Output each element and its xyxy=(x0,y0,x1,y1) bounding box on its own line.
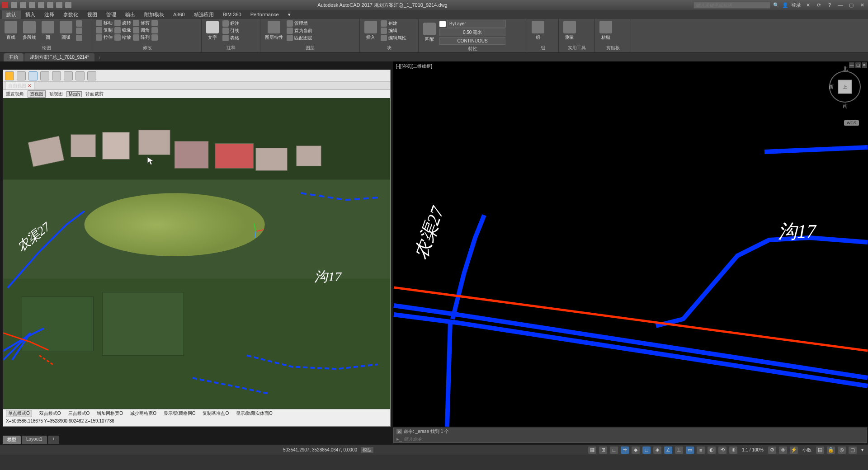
close-tab-icon[interactable]: ✕ xyxy=(28,83,31,88)
maximize-button[interactable]: ▢ xyxy=(847,2,855,8)
decrease-grid[interactable]: 减少网格宽O xyxy=(130,410,156,417)
aerial-circle-icon[interactable] xyxy=(64,71,73,80)
aerial-point-icon[interactable] xyxy=(40,71,49,80)
layer-lock-icon[interactable] xyxy=(329,22,334,27)
vp-close-icon[interactable]: ✕ xyxy=(862,62,867,68)
copy-datum[interactable]: 复制基准点O xyxy=(203,410,229,417)
app-menu-icon[interactable] xyxy=(2,2,8,8)
grid-toggle-icon[interactable]: ▦ xyxy=(588,446,596,454)
measure-button[interactable]: 测量 xyxy=(561,20,578,42)
aerial-line-icon[interactable] xyxy=(52,71,61,80)
move-button[interactable]: 移动 xyxy=(96,20,113,26)
tab-addins[interactable]: 附加模块 xyxy=(140,10,169,19)
paste-button[interactable]: 粘贴 xyxy=(598,20,614,42)
table-button[interactable]: 表格 xyxy=(222,35,239,41)
layer-match-button[interactable]: 匹配图层 xyxy=(287,35,312,41)
linetype-select[interactable] xyxy=(439,37,505,45)
trim-button[interactable]: 修剪 xyxy=(133,20,150,26)
quick-props-icon[interactable]: ▤ xyxy=(816,446,824,454)
layer-state-icon[interactable] xyxy=(329,34,334,40)
user-icon[interactable]: 👤 xyxy=(782,2,788,8)
clean-screen-icon[interactable]: ▢ xyxy=(849,446,857,454)
save-icon[interactable] xyxy=(29,2,35,8)
aerial-poly-icon[interactable] xyxy=(75,71,85,80)
layer-vis-icon[interactable] xyxy=(314,22,320,27)
lineweight-select[interactable] xyxy=(439,28,505,36)
tab-bim360[interactable]: BIM 360 xyxy=(218,11,246,18)
layer-manage-button[interactable]: 管理墙 xyxy=(287,20,312,27)
panel-label-modify[interactable]: 修改 xyxy=(96,44,198,51)
layer-color-select[interactable] xyxy=(447,20,506,28)
panel-label-props[interactable]: 特性 xyxy=(421,45,524,52)
ungroup-icon[interactable] xyxy=(548,28,554,34)
info-icon[interactable]: 🔍 xyxy=(773,2,779,8)
panel-label-block[interactable]: 块 xyxy=(363,44,415,51)
rotate-button[interactable]: 旋转 xyxy=(114,20,131,26)
circle-button[interactable]: 圆 xyxy=(40,20,56,42)
explode-icon[interactable] xyxy=(151,27,158,33)
edit-attr-button[interactable]: 编辑属性 xyxy=(381,35,406,41)
dynucs-toggle-icon[interactable]: ⊥ xyxy=(675,446,683,454)
edit-block-button[interactable]: 编辑 xyxy=(381,28,406,34)
panel-label-utils[interactable]: 实用工具 xyxy=(561,44,592,51)
fillet-button[interactable]: 圆角 xyxy=(133,27,150,33)
tab-performance[interactable]: Performance xyxy=(246,11,283,18)
add-layout-button[interactable]: + xyxy=(48,436,60,444)
props-match-button[interactable]: 匹配 xyxy=(421,22,438,43)
tab-a360[interactable]: A360 xyxy=(169,11,189,18)
hatch-icon[interactable] xyxy=(76,28,82,34)
leader-button[interactable]: 引线 xyxy=(222,28,239,34)
aerial-target-icon[interactable] xyxy=(87,71,96,80)
copy-button[interactable]: 复制 xyxy=(96,27,113,33)
perspective-button[interactable]: 透视图 xyxy=(28,90,46,98)
model-space-toggle[interactable]: 模型 xyxy=(361,447,373,453)
view-cube[interactable]: 上 北 南 西 WCS xyxy=(828,64,862,109)
ortho-toggle-icon[interactable]: ∟ xyxy=(610,446,618,454)
layer-iso-icon[interactable] xyxy=(314,28,320,33)
tab-manage[interactable]: 管理 xyxy=(102,10,121,19)
cycling-icon[interactable]: ⟲ xyxy=(718,446,726,454)
mirror-button[interactable]: 镜像 xyxy=(114,27,131,33)
panel-label-layer[interactable]: 图层 xyxy=(263,44,357,51)
sync-icon[interactable]: ⟳ xyxy=(815,2,823,8)
group-bbox-icon[interactable] xyxy=(548,35,554,41)
group-button[interactable]: 组 xyxy=(530,20,546,42)
increase-grid[interactable]: 增加网格宽O xyxy=(97,410,123,417)
toggle-grid[interactable]: 显示/隐藏格网O xyxy=(164,410,196,417)
top-view-button[interactable]: 顶视图 xyxy=(49,91,63,97)
viewport-label[interactable]: [-][俯视][二维线框] xyxy=(396,63,432,70)
search-input[interactable] xyxy=(693,1,770,9)
aerial-select-icon[interactable] xyxy=(28,71,38,80)
customize-button[interactable]: ▾ xyxy=(859,447,865,452)
model-viewport[interactable]: [-][俯视][二维线框] — ▢ ✕ xyxy=(393,61,868,427)
undo-icon[interactable] xyxy=(56,2,62,8)
quickcalc-icon[interactable] xyxy=(580,31,586,38)
isolate-icon[interactable]: ◎ xyxy=(838,446,846,454)
arc-button[interactable]: 圆弧 xyxy=(58,20,74,42)
layer-off-icon[interactable] xyxy=(321,28,327,33)
ellipse-icon[interactable] xyxy=(76,35,82,41)
tab-featured[interactable]: 精选应用 xyxy=(189,10,218,19)
anno-scale[interactable]: 1:1 / 100% xyxy=(740,447,765,452)
toggle-solid-face[interactable]: 显示/隐藏实体面O xyxy=(236,410,273,417)
workspace-switch-icon[interactable]: ⚙ xyxy=(768,446,776,454)
polar-toggle-icon[interactable]: ✛ xyxy=(621,446,629,454)
array-button[interactable]: 阵列 xyxy=(133,34,150,41)
panel-label-draw[interactable]: 绘图 xyxy=(3,44,90,51)
panel-label-groups[interactable]: 组 xyxy=(530,44,556,51)
panel-label-annot[interactable]: 注释 xyxy=(204,44,257,51)
layer-on-icon[interactable] xyxy=(329,28,334,33)
layer-current-button[interactable]: 置为当前 xyxy=(287,28,312,34)
tab-insert[interactable]: 插入 xyxy=(21,10,40,19)
single-point-mode[interactable]: 单点模式O xyxy=(6,410,32,417)
model-tab[interactable]: 模型 xyxy=(3,436,21,444)
erase-icon[interactable] xyxy=(151,20,158,26)
select-all-icon[interactable] xyxy=(580,24,586,30)
polyline-button[interactable]: 多段线 xyxy=(21,20,38,42)
cmd-close-icon[interactable]: ✕ xyxy=(396,429,402,434)
help-icon[interactable]: ? xyxy=(826,2,834,8)
dyn-toggle-icon[interactable]: ▭ xyxy=(686,446,694,454)
annomonitor-icon[interactable]: ⊕ xyxy=(729,446,737,454)
saveas-icon[interactable] xyxy=(38,2,44,8)
color-swatch[interactable] xyxy=(439,21,446,27)
